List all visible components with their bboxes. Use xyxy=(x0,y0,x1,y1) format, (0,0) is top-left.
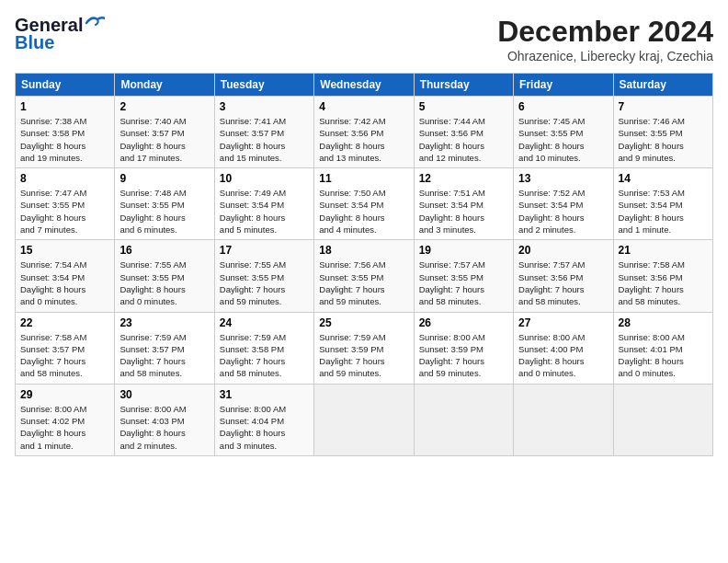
calendar-cell xyxy=(314,384,414,455)
day-number: 23 xyxy=(119,316,209,329)
calendar-cell: 31 Sunrise: 8:00 AMSunset: 4:04 PMDaylig… xyxy=(214,384,313,455)
day-details: Sunrise: 7:52 AMSunset: 3:54 PMDaylight:… xyxy=(518,187,608,236)
calendar-cell: 26 Sunrise: 8:00 AMSunset: 3:59 PMDaylig… xyxy=(414,312,513,384)
day-number: 14 xyxy=(619,172,708,185)
calendar-header-row: SundayMondayTuesdayWednesdayThursdayFrid… xyxy=(16,74,713,97)
calendar-cell: 3 Sunrise: 7:41 AMSunset: 3:57 PMDayligh… xyxy=(214,97,313,168)
logo-bird-icon xyxy=(85,16,105,30)
day-number: 24 xyxy=(220,316,309,329)
day-number: 7 xyxy=(619,100,708,113)
day-number: 3 xyxy=(220,100,309,113)
weekday-header-monday: Monday xyxy=(115,74,214,97)
day-details: Sunrise: 7:55 AMSunset: 3:55 PMDaylight:… xyxy=(220,259,309,307)
calendar-cell: 11 Sunrise: 7:50 AMSunset: 3:54 PMDaylig… xyxy=(314,168,414,240)
calendar-cell: 20 Sunrise: 7:57 AMSunset: 3:56 PMDaylig… xyxy=(514,240,613,312)
day-number: 28 xyxy=(619,316,708,329)
weekday-header-wednesday: Wednesday xyxy=(314,74,414,97)
day-details: Sunrise: 8:00 AMSunset: 4:03 PMDaylight:… xyxy=(119,403,209,452)
day-details: Sunrise: 7:44 AMSunset: 3:56 PMDaylight:… xyxy=(419,115,508,164)
day-details: Sunrise: 7:47 AMSunset: 3:55 PMDaylight:… xyxy=(20,187,109,236)
calendar-cell: 6 Sunrise: 7:45 AMSunset: 3:55 PMDayligh… xyxy=(514,97,613,168)
day-details: Sunrise: 8:00 AMSunset: 4:02 PMDaylight:… xyxy=(20,403,109,452)
day-number: 31 xyxy=(220,388,309,401)
calendar-cell: 2 Sunrise: 7:40 AMSunset: 3:57 PMDayligh… xyxy=(115,97,214,168)
day-details: Sunrise: 7:41 AMSunset: 3:57 PMDaylight:… xyxy=(220,115,309,164)
day-details: Sunrise: 7:51 AMSunset: 3:54 PMDaylight:… xyxy=(419,187,508,236)
day-details: Sunrise: 7:53 AMSunset: 3:54 PMDaylight:… xyxy=(619,187,708,236)
day-details: Sunrise: 8:00 AMSunset: 4:01 PMDaylight:… xyxy=(619,331,708,380)
day-details: Sunrise: 8:00 AMSunset: 3:59 PMDaylight:… xyxy=(419,331,508,380)
day-details: Sunrise: 7:58 AMSunset: 3:57 PMDaylight:… xyxy=(20,331,109,380)
day-number: 25 xyxy=(319,316,408,329)
day-details: Sunrise: 7:59 AMSunset: 3:57 PMDaylight:… xyxy=(119,331,209,380)
calendar-cell: 30 Sunrise: 8:00 AMSunset: 4:03 PMDaylig… xyxy=(115,384,214,455)
day-details: Sunrise: 7:57 AMSunset: 3:56 PMDaylight:… xyxy=(518,259,608,307)
day-number: 8 xyxy=(20,172,109,185)
calendar-cell: 27 Sunrise: 8:00 AMSunset: 4:00 PMDaylig… xyxy=(514,312,613,384)
calendar-table: SundayMondayTuesdayWednesdayThursdayFrid… xyxy=(15,73,713,456)
day-details: Sunrise: 8:00 AMSunset: 4:04 PMDaylight:… xyxy=(220,403,309,452)
calendar-cell: 24 Sunrise: 7:59 AMSunset: 3:58 PMDaylig… xyxy=(214,312,313,384)
day-number: 29 xyxy=(20,388,109,401)
calendar-cell: 25 Sunrise: 7:59 AMSunset: 3:59 PMDaylig… xyxy=(314,312,414,384)
day-details: Sunrise: 7:48 AMSunset: 3:55 PMDaylight:… xyxy=(119,187,209,236)
day-number: 12 xyxy=(419,172,508,185)
day-details: Sunrise: 7:59 AMSunset: 3:59 PMDaylight:… xyxy=(319,331,408,380)
calendar-cell: 5 Sunrise: 7:44 AMSunset: 3:56 PMDayligh… xyxy=(414,97,513,168)
day-number: 10 xyxy=(220,172,309,185)
day-number: 18 xyxy=(319,244,408,257)
day-number: 2 xyxy=(119,100,209,113)
calendar-cell: 8 Sunrise: 7:47 AMSunset: 3:55 PMDayligh… xyxy=(16,168,115,240)
weekday-header-sunday: Sunday xyxy=(16,74,115,97)
calendar-cell: 29 Sunrise: 8:00 AMSunset: 4:02 PMDaylig… xyxy=(16,384,115,455)
calendar-cell: 12 Sunrise: 7:51 AMSunset: 3:54 PMDaylig… xyxy=(414,168,513,240)
calendar-week-5: 29 Sunrise: 8:00 AMSunset: 4:02 PMDaylig… xyxy=(16,384,713,455)
day-number: 26 xyxy=(419,316,508,329)
calendar-week-1: 1 Sunrise: 7:38 AMSunset: 3:58 PMDayligh… xyxy=(16,97,713,168)
calendar-cell xyxy=(414,384,513,455)
day-number: 30 xyxy=(119,388,209,401)
day-details: Sunrise: 7:54 AMSunset: 3:54 PMDaylight:… xyxy=(20,259,109,307)
day-number: 21 xyxy=(619,244,708,257)
calendar-cell xyxy=(613,384,712,455)
day-details: Sunrise: 7:59 AMSunset: 3:58 PMDaylight:… xyxy=(220,331,309,380)
day-details: Sunrise: 7:42 AMSunset: 3:56 PMDaylight:… xyxy=(319,115,408,164)
title-section: December 2024 Ohrazenice, Liberecky kraj… xyxy=(497,15,713,63)
day-details: Sunrise: 7:38 AMSunset: 3:58 PMDaylight:… xyxy=(20,115,109,164)
day-number: 15 xyxy=(20,244,109,257)
calendar-cell: 1 Sunrise: 7:38 AMSunset: 3:58 PMDayligh… xyxy=(16,97,115,168)
calendar-cell: 23 Sunrise: 7:59 AMSunset: 3:57 PMDaylig… xyxy=(115,312,214,384)
day-details: Sunrise: 7:49 AMSunset: 3:54 PMDaylight:… xyxy=(220,187,309,236)
day-number: 20 xyxy=(518,244,608,257)
day-number: 16 xyxy=(119,244,209,257)
logo: General Blue xyxy=(15,15,105,53)
day-number: 5 xyxy=(419,100,508,113)
calendar-cell: 14 Sunrise: 7:53 AMSunset: 3:54 PMDaylig… xyxy=(613,168,712,240)
day-number: 13 xyxy=(518,172,608,185)
day-details: Sunrise: 7:55 AMSunset: 3:55 PMDaylight:… xyxy=(119,259,209,307)
weekday-header-thursday: Thursday xyxy=(414,74,513,97)
calendar-cell: 19 Sunrise: 7:57 AMSunset: 3:55 PMDaylig… xyxy=(414,240,513,312)
day-number: 17 xyxy=(220,244,309,257)
month-year-title: December 2024 xyxy=(497,15,713,49)
day-number: 9 xyxy=(119,172,209,185)
day-details: Sunrise: 8:00 AMSunset: 4:00 PMDaylight:… xyxy=(518,331,608,380)
weekday-header-tuesday: Tuesday xyxy=(214,74,313,97)
day-details: Sunrise: 7:40 AMSunset: 3:57 PMDaylight:… xyxy=(119,115,209,164)
calendar-cell: 9 Sunrise: 7:48 AMSunset: 3:55 PMDayligh… xyxy=(115,168,214,240)
calendar-cell: 21 Sunrise: 7:58 AMSunset: 3:56 PMDaylig… xyxy=(613,240,712,312)
calendar-cell: 17 Sunrise: 7:55 AMSunset: 3:55 PMDaylig… xyxy=(214,240,313,312)
weekday-header-friday: Friday xyxy=(514,74,613,97)
day-details: Sunrise: 7:45 AMSunset: 3:55 PMDaylight:… xyxy=(518,115,608,164)
day-details: Sunrise: 7:57 AMSunset: 3:55 PMDaylight:… xyxy=(419,259,508,307)
weekday-header-saturday: Saturday xyxy=(613,74,712,97)
calendar-cell: 10 Sunrise: 7:49 AMSunset: 3:54 PMDaylig… xyxy=(214,168,313,240)
calendar-cell: 13 Sunrise: 7:52 AMSunset: 3:54 PMDaylig… xyxy=(514,168,613,240)
calendar-cell: 15 Sunrise: 7:54 AMSunset: 3:54 PMDaylig… xyxy=(16,240,115,312)
day-details: Sunrise: 7:46 AMSunset: 3:55 PMDaylight:… xyxy=(619,115,708,164)
day-number: 27 xyxy=(518,316,608,329)
calendar-cell: 28 Sunrise: 8:00 AMSunset: 4:01 PMDaylig… xyxy=(613,312,712,384)
calendar-cell: 16 Sunrise: 7:55 AMSunset: 3:55 PMDaylig… xyxy=(115,240,214,312)
day-number: 4 xyxy=(319,100,408,113)
calendar-cell: 7 Sunrise: 7:46 AMSunset: 3:55 PMDayligh… xyxy=(613,97,712,168)
